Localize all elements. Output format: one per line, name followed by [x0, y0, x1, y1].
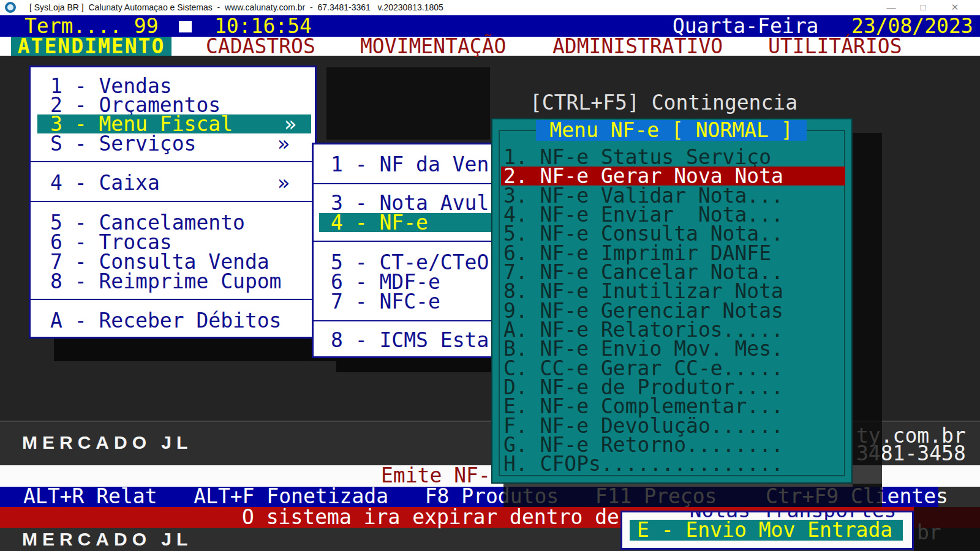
menu-movimentacao[interactable]: MOVIMENTAÇÃO: [360, 37, 506, 56]
maximize-button[interactable]: □: [913, 1, 933, 14]
minimize-button[interactable]: —: [881, 1, 902, 14]
menu-item-label: H. CFOPs...............: [503, 452, 783, 476]
submenu-arrow-icon: »: [284, 114, 296, 133]
nfe-menu: Menu NF-e [ NORMAL ] 1. NF-e Status Serv…: [491, 118, 853, 484]
menu-item-label: 1 - NF da Ven: [331, 152, 489, 176]
atendimento-dropdown: 1 - Vendas 2 - Orçamentos 3 - Menu Fisca…: [29, 66, 317, 339]
menu-item-label: E - Envio Mov Entrada: [637, 520, 892, 541]
menu-separator: [31, 299, 315, 300]
entrada-selected-item[interactable]: E - Envio Mov Entrada: [630, 520, 903, 541]
menu-item-reimprime-cupom[interactable]: 8 - Reimprime Cupom: [31, 272, 315, 291]
menu-item-label: 4 - NF-e: [331, 211, 428, 234]
window-title: [ SysLoja BR ] Calunaty Automaçao e Sist…: [29, 2, 443, 12]
title-bar: [ SysLoja BR ] Calunaty Automaçao e Sist…: [0, 0, 980, 15]
entrada-menu-shadow: [914, 507, 980, 551]
menu-item-label: 4 - Caixa: [50, 171, 160, 195]
black-panel: [326, 67, 490, 140]
status-bar: Term.... 99 10:16:54 Quarta-Feira 23/08/…: [0, 15, 980, 37]
app-icon: [5, 2, 16, 13]
menu-item-label: 8 - ICMS Esta: [331, 328, 489, 352]
nfe-item-envio-mov-mes[interactable]: B. NF-e Envio Mov. Mes.: [503, 339, 843, 358]
nfe-item-cfops[interactable]: H. CFOPs...............: [503, 454, 843, 473]
contingencia-label: [CTRL+F5] Contingencia: [530, 92, 797, 113]
hint-text: Emite NF-: [381, 465, 491, 486]
submenu-arrow-icon: »: [277, 134, 290, 153]
menu-shadow-2: [336, 357, 503, 372]
menu-item-consulta-venda[interactable]: 7 - Consulta Venda: [31, 252, 315, 271]
terminal-label: Term.... 99: [24, 15, 159, 37]
date-label: 23/08/2023: [851, 15, 973, 37]
nfe-item-gerar-nova-nota[interactable]: 2. NF-e Gerar Nova Nota: [501, 167, 845, 186]
menu-utilitarios[interactable]: UTILITÁRIOS: [768, 37, 902, 56]
nfe-menu-shadow-bottom: [503, 484, 882, 507]
menu-item-caixa[interactable]: 4 - Caixa»: [31, 173, 315, 192]
nfe-item-complementar[interactable]: E. NF-e Complementar...: [503, 397, 843, 416]
nfe-item-inutilizar-nota[interactable]: 8. NF-e Inutilizar Nota: [503, 282, 843, 301]
menu-item-label: 7 - NFC-e: [331, 290, 440, 313]
store-name-bottom: MERCADO JL: [22, 529, 192, 550]
menu-cadastros[interactable]: CADASTROS: [206, 37, 315, 56]
expiry-message-text: O sistema ira expirar dentro de: [242, 506, 619, 528]
entrada-menu: - Notas Transportes E - Envio Mov Entrad…: [620, 511, 914, 550]
store-name-top: MERCADO JL: [22, 432, 192, 453]
menu-item-label: S - Serviços: [50, 132, 196, 156]
menu-separator: [31, 161, 315, 162]
close-button[interactable]: ✕: [944, 1, 965, 14]
menu-item-trocas[interactable]: 6 - Trocas: [31, 233, 315, 252]
menu-item-menu-fiscal[interactable]: 3 - Menu Fiscal»: [37, 114, 311, 133]
menu-shadow-1: [54, 339, 342, 361]
menu-bar: ATENDIMENTO CADASTROS MOVIMENTAÇÃO ADMIN…: [0, 37, 980, 56]
weekday-label: Quarta-Feira: [673, 15, 818, 37]
menu-item-cancelamento[interactable]: 5 - Cancelamento: [31, 213, 315, 232]
menu-item-receber-debitos[interactable]: A - Receber Débitos: [31, 311, 315, 330]
submenu-arrow-icon: »: [277, 173, 290, 192]
nfe-menu-title: Menu NF-e [ NORMAL ]: [536, 120, 807, 141]
menu-item-label: A - Receber Débitos: [50, 309, 282, 332]
menu-separator: [31, 201, 315, 202]
menu-atendimento[interactable]: ATENDIMENTO: [11, 37, 172, 56]
menu-administrativo[interactable]: ADMINISTRATIVO: [552, 37, 723, 56]
nfe-item-consulta-nota[interactable]: 5. NF-e Consulta Nota..: [503, 224, 843, 243]
menu-item-label: 8 - Reimprime Cupom: [50, 269, 282, 293]
nfe-menu-shadow-right: [853, 133, 882, 487]
menu-item-servicos[interactable]: S - Serviços»: [31, 134, 315, 153]
status-indicator: [179, 21, 192, 32]
clock: 10:16:54: [214, 15, 312, 37]
